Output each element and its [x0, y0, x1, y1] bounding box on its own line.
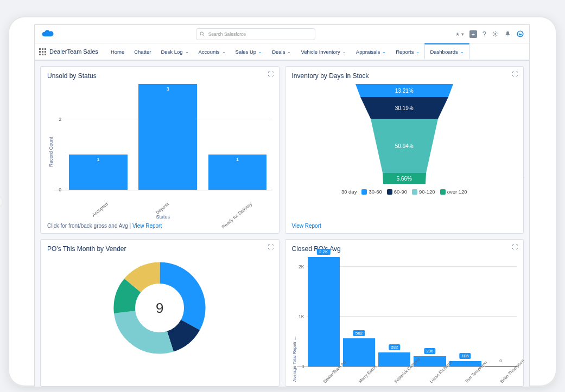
trailhead-icon[interactable] — [517, 30, 524, 37]
x-label: Federick Campos — [393, 377, 401, 384]
bar-value-label: 0 — [497, 358, 504, 364]
legend-item: 60-90 — [387, 189, 407, 195]
bar-4[interactable]: 106 — [449, 257, 481, 367]
search-icon — [200, 31, 205, 37]
bar-0[interactable]: 2.2K — [308, 257, 340, 367]
card-footer: View Report — [292, 220, 517, 229]
global-search[interactable]: Search Salesforce — [196, 28, 315, 40]
bar-value-label: 282 — [389, 344, 400, 350]
chevron-down-icon: ⌄ — [416, 49, 420, 54]
expand-icon[interactable]: ⛶ — [512, 244, 518, 250]
funnel-segment-0[interactable]: 13.21% — [355, 84, 453, 97]
global-header: Search Salesforce ★ ▾ + ? — [35, 25, 529, 43]
chevron-down-icon: ⌄ — [258, 49, 262, 54]
nav-item-home[interactable]: Home — [106, 43, 129, 60]
funnel-chart: 13.21%30.19%50.94%5.66% 30 day 30-60 60-… — [292, 84, 517, 220]
chevron-down-icon: ⌄ — [382, 49, 386, 54]
favorites-menu[interactable]: ★ ▾ — [455, 31, 464, 37]
card-inventory-days: ⛶ Inventory by Days in Stock 13.21%30.19… — [285, 66, 524, 234]
y-ticks: 0 1K 2K — [297, 257, 307, 367]
chevron-down-icon: ⌄ — [222, 49, 226, 54]
nav-item-accounts[interactable]: Accounts⌄ — [194, 43, 231, 60]
expand-icon[interactable]: ⛶ — [512, 71, 518, 77]
x-label: Lucas Richards — [429, 377, 436, 384]
nav-item-desk-log[interactable]: Desk Log⌄ — [156, 43, 193, 60]
nav-item-dashboards[interactable]: Dashboards⌄ — [424, 43, 469, 60]
x-label: Marty Eaton — [358, 377, 365, 384]
x-label: Deposit — [154, 201, 170, 215]
legend-item: 30-60 — [361, 189, 382, 195]
app-screen: ➤ Search Salesforce ★ ▾ + ? — [34, 24, 530, 387]
dashboard-body: ⛶ Unsold by Status Record Count 0 2 131 — [35, 61, 529, 387]
bar-accepted[interactable]: 1 — [69, 84, 128, 190]
tablet-frame: ➤ Search Salesforce ★ ▾ + ? — [8, 16, 557, 387]
funnel-segment-2[interactable]: 50.94% — [371, 119, 438, 173]
app-launcher-icon[interactable] — [39, 48, 46, 55]
svg-point-0 — [200, 31, 204, 35]
card-unsold-by-status: ⛶ Unsold by Status Record Count 0 2 131 — [40, 66, 280, 234]
x-label: Tom Templeton — [464, 377, 471, 384]
chevron-down-icon: ⌄ — [342, 49, 346, 54]
card-title: Inventory by Days in Stock — [292, 72, 517, 80]
legend-item: 90-120 — [412, 189, 435, 195]
nav-item-appraisals[interactable]: Appraisals⌄ — [351, 43, 391, 60]
bar-3[interactable]: 206 — [414, 257, 446, 367]
y-ticks: 0 2 — [54, 84, 64, 190]
y-axis-label: Average Total Repair ... — [292, 257, 297, 382]
bar-5[interactable]: 0 — [485, 257, 517, 367]
legend-item: 30 day — [341, 189, 357, 195]
nav-item-vehicle-inventory[interactable]: Vehicle Inventory⌄ — [296, 43, 351, 60]
help-icon[interactable]: ? — [483, 30, 486, 38]
setup-gear-icon[interactable] — [492, 30, 499, 37]
nav-item-deals[interactable]: Deals⌄ — [267, 43, 296, 60]
notifications-bell-icon[interactable] — [504, 30, 511, 37]
x-label: Brian Thompson — [499, 377, 506, 384]
add-button[interactable]: + — [469, 30, 477, 38]
expand-icon[interactable]: ⛶ — [268, 71, 274, 77]
chevron-down-icon: ⌄ — [460, 49, 464, 54]
view-report-link[interactable]: View Report — [132, 223, 162, 229]
card-title: PO's This Month by Vender — [47, 245, 272, 253]
salesforce-logo[interactable] — [40, 29, 55, 40]
bar-ready-for-delivery[interactable]: 1 — [208, 84, 267, 190]
bar-value-label: 562 — [353, 330, 365, 336]
chevron-down-icon: ⌄ — [287, 49, 291, 54]
y-axis-label: Record Count — [47, 84, 54, 220]
donut-center-value: 9 — [156, 300, 163, 317]
legend-item: over 120 — [440, 189, 467, 195]
app-name: DealerTeam Sales — [49, 48, 98, 55]
funnel-legend: 30 day 30-60 60-90 90-120 over 120 — [341, 189, 467, 195]
expand-icon[interactable]: ⛶ — [268, 244, 274, 250]
bar-value-label: 106 — [459, 353, 471, 359]
x-label: DealerTeam Ad... — [322, 377, 329, 384]
bar-chart-unsold: Record Count 0 2 131 AcceptedDepositRead… — [47, 84, 272, 220]
nav-item-sales-up[interactable]: Sales Up⌄ — [231, 43, 268, 60]
card-closed-ro-avg: ⛶ Closed RO's Avg Average Total Repair .… — [285, 239, 524, 387]
svg-line-1 — [203, 35, 205, 36]
card-title: Unsold by Status — [47, 72, 272, 80]
chevron-down-icon: ⌄ — [185, 49, 189, 54]
funnel-segment-3[interactable]: 5.66% — [383, 173, 426, 184]
bar-value-label: 206 — [424, 348, 435, 354]
view-report-link[interactable]: View Report — [292, 223, 321, 229]
card-po-month: ⛶ PO's This Month by Vender 9 — [40, 239, 280, 387]
svg-point-2 — [494, 33, 496, 35]
header-icons: ★ ▾ + ? — [455, 30, 524, 38]
bar-chart-ro: Average Total Repair ... 0 1K 2K 2.2K562… — [292, 257, 517, 382]
card-footer: Click for front/back gross and Avg | Vie… — [47, 220, 272, 229]
nav-item-reports[interactable]: Reports⌄ — [391, 43, 424, 60]
bar-value-label: 2.2K — [317, 249, 330, 255]
funnel-segment-1[interactable]: 30.19% — [360, 97, 448, 119]
bar-2[interactable]: 282 — [378, 257, 410, 367]
donut-chart: 9 — [47, 257, 272, 382]
nav-item-chatter[interactable]: Chatter — [129, 43, 156, 60]
nav-bar: DealerTeam Sales HomeChatterDesk Log⌄Acc… — [35, 43, 529, 61]
tablet-camera — [0, 196, 3, 208]
bar-1[interactable]: 562 — [343, 257, 375, 367]
bar-deposit[interactable]: 3 — [138, 84, 197, 190]
search-placeholder: Search Salesforce — [208, 31, 246, 37]
